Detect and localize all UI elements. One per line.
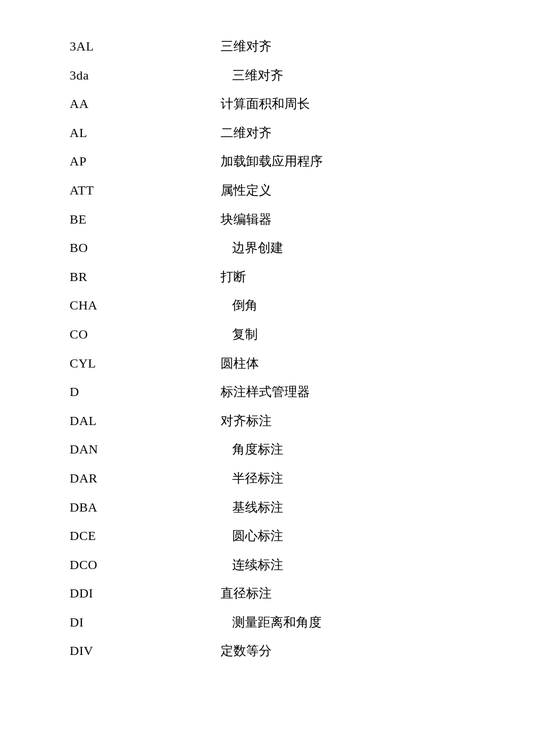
- command-desc: 块编辑器: [186, 208, 272, 231]
- table-row: D标注样式管理器: [70, 380, 534, 404]
- command-desc: 二维对齐: [186, 121, 272, 145]
- command-desc: 边界创建: [186, 236, 283, 260]
- command-code: DCO: [70, 553, 186, 577]
- command-table: 3AL三维对齐3da三维对齐AA计算面积和周长AL二维对齐AP加载卸载应用程序A…: [0, 35, 534, 663]
- table-row: DDI直径标注: [70, 582, 534, 605]
- table-row: DAR半径标注: [70, 467, 534, 490]
- command-desc: 倒角: [186, 294, 258, 317]
- table-row: AL二维对齐: [70, 121, 534, 145]
- command-desc: 标注样式管理器: [186, 380, 310, 404]
- command-desc: 半径标注: [186, 467, 283, 490]
- command-desc: 打断: [186, 265, 246, 289]
- command-code: D: [70, 380, 186, 404]
- command-code: BO: [70, 236, 186, 260]
- table-row: AP加载卸载应用程序: [70, 150, 534, 173]
- command-desc: 圆柱体: [186, 352, 259, 375]
- command-desc: 复制: [186, 323, 258, 346]
- command-code: DCE: [70, 524, 186, 548]
- command-desc: 属性定义: [186, 179, 272, 202]
- command-desc: 加载卸载应用程序: [186, 150, 323, 173]
- table-row: CHA倒角: [70, 294, 534, 317]
- command-code: DAL: [70, 409, 186, 433]
- table-row: BR打断: [70, 265, 534, 289]
- command-code: AL: [70, 121, 186, 145]
- command-desc: 计算面积和周长: [186, 92, 310, 116]
- command-desc: 三维对齐: [186, 64, 283, 87]
- command-desc: 测量距离和角度: [186, 611, 322, 634]
- command-code: DI: [70, 611, 186, 634]
- command-code: DIV: [70, 639, 186, 663]
- table-row: 3da三维对齐: [70, 64, 534, 87]
- command-code: 3da: [70, 64, 186, 87]
- table-row: DCE圆心标注: [70, 524, 534, 548]
- table-row: BO边界创建: [70, 236, 534, 260]
- command-code: CHA: [70, 294, 186, 317]
- command-desc: 基线标注: [186, 496, 283, 519]
- command-code: ATT: [70, 179, 186, 202]
- table-row: CO复制: [70, 323, 534, 346]
- command-code: DDI: [70, 582, 186, 605]
- table-row: DAN角度标注: [70, 438, 534, 461]
- table-row: BE块编辑器: [70, 208, 534, 231]
- command-desc: 直径标注: [186, 582, 272, 605]
- table-row: ATT属性定义: [70, 179, 534, 202]
- table-row: DBA基线标注: [70, 496, 534, 519]
- table-row: AA计算面积和周长: [70, 92, 534, 116]
- table-row: 3AL三维对齐: [70, 35, 534, 58]
- table-row: DIV定数等分: [70, 639, 534, 663]
- command-code: DAR: [70, 467, 186, 490]
- command-desc: 连续标注: [186, 553, 283, 577]
- table-row: DAL对齐标注: [70, 409, 534, 433]
- command-desc: 圆心标注: [186, 524, 283, 548]
- table-row: DCO连续标注: [70, 553, 534, 577]
- command-code: CO: [70, 323, 186, 346]
- table-row: CYL圆柱体: [70, 352, 534, 375]
- command-code: BR: [70, 265, 186, 289]
- command-code: DAN: [70, 438, 186, 461]
- command-code: CYL: [70, 352, 186, 375]
- command-code: BE: [70, 208, 186, 231]
- command-code: AP: [70, 150, 186, 173]
- command-code: DBA: [70, 496, 186, 519]
- command-desc: 定数等分: [186, 639, 272, 663]
- table-row: DI测量距离和角度: [70, 611, 534, 634]
- command-desc: 角度标注: [186, 438, 283, 461]
- command-code: AA: [70, 92, 186, 116]
- command-desc: 三维对齐: [186, 35, 272, 58]
- command-desc: 对齐标注: [186, 409, 272, 433]
- command-code: 3AL: [70, 35, 186, 58]
